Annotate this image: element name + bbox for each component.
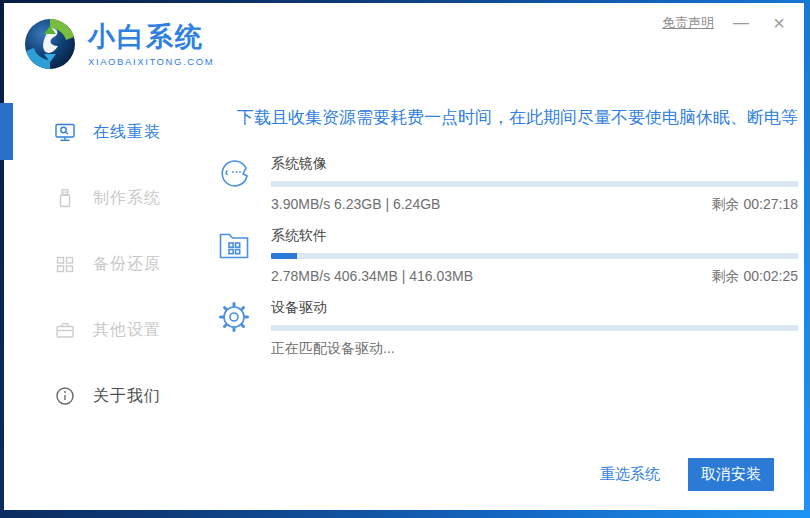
sidebar-item-about-us[interactable]: 关于我们 bbox=[4, 363, 209, 429]
sidebar-item-make-system[interactable]: 制作系统 bbox=[4, 165, 209, 231]
sidebar-item-other-settings[interactable]: 其他设置 bbox=[4, 297, 209, 363]
task-stats: 3.90MB/s 6.23GB | 6.24GB bbox=[271, 196, 440, 214]
disclaimer-link[interactable]: 免责声明 bbox=[662, 14, 714, 32]
window-frame: 小白系统 XIAOBAIXITONG.COM 免责声明 — × bbox=[0, 0, 810, 518]
task-stats: 2.78MB/s 406.34MB | 416.03MB bbox=[271, 268, 473, 286]
sidebar-item-label: 备份还原 bbox=[93, 254, 161, 275]
task-status-text: 正在匹配设备驱动... bbox=[271, 340, 395, 358]
gear-icon bbox=[215, 299, 253, 358]
progress-bar bbox=[271, 253, 798, 259]
face-icon bbox=[215, 155, 253, 214]
header: 小白系统 XIAOBAIXITONG.COM 免责声明 — × bbox=[4, 3, 804, 87]
brand-domain: XIAOBAIXITONG.COM bbox=[88, 56, 214, 67]
info-icon bbox=[54, 385, 76, 407]
task-system-software: 系统软件 2.78MB/s 406.34MB | 416.03MB 剩余 00:… bbox=[215, 227, 798, 286]
sidebar: 在线重装 制作系统 bbox=[4, 87, 209, 452]
backup-grid-icon bbox=[54, 253, 76, 275]
main-content: 下载且收集资源需要耗费一点时间，在此期间尽量不要使电脑休眠、断电等 系 bbox=[209, 87, 810, 452]
task-device-driver: 设备驱动 正在匹配设备驱动... bbox=[215, 299, 798, 358]
minimize-button[interactable]: — bbox=[730, 12, 752, 34]
body: 在线重装 制作系统 bbox=[4, 87, 804, 452]
sidebar-item-label: 制作系统 bbox=[93, 188, 161, 209]
footer: 重选系统 取消安装 bbox=[4, 452, 804, 510]
usb-drive-icon bbox=[54, 187, 76, 209]
reselect-system-button[interactable]: 重选系统 bbox=[600, 465, 660, 484]
folder-grid-icon bbox=[215, 227, 253, 286]
task-title: 系统镜像 bbox=[271, 155, 798, 173]
task-title: 系统软件 bbox=[271, 227, 798, 245]
header-controls: 免责声明 — × bbox=[662, 12, 790, 34]
close-button[interactable]: × bbox=[768, 12, 790, 34]
task-title: 设备驱动 bbox=[271, 299, 798, 317]
briefcase-icon bbox=[54, 319, 76, 341]
monitor-search-icon bbox=[54, 121, 76, 143]
app-window: 小白系统 XIAOBAIXITONG.COM 免责声明 — × bbox=[4, 3, 804, 510]
cancel-install-button[interactable]: 取消安装 bbox=[688, 458, 774, 491]
progress-fill bbox=[271, 253, 297, 259]
sidebar-item-label: 其他设置 bbox=[93, 320, 161, 341]
sidebar-item-label: 关于我们 bbox=[93, 386, 161, 407]
brand-title: 小白系统 bbox=[88, 22, 214, 52]
app-logo-icon bbox=[22, 16, 78, 72]
progress-bar bbox=[271, 181, 798, 187]
sidebar-item-label: 在线重装 bbox=[93, 122, 161, 143]
download-notice: 下载且收集资源需要耗费一点时间，在此期间尽量不要使电脑休眠、断电等 bbox=[237, 106, 798, 129]
task-remaining: 剩余 00:27:18 bbox=[712, 196, 798, 214]
sidebar-item-online-reinstall[interactable]: 在线重装 bbox=[4, 99, 209, 165]
progress-bar bbox=[271, 325, 798, 331]
brand-text: 小白系统 XIAOBAIXITONG.COM bbox=[88, 22, 214, 67]
task-remaining: 剩余 00:02:25 bbox=[712, 268, 798, 286]
task-system-image: 系统镜像 3.90MB/s 6.23GB | 6.24GB 剩余 00:27:1… bbox=[215, 155, 798, 214]
brand: 小白系统 XIAOBAIXITONG.COM bbox=[22, 16, 214, 72]
sidebar-item-backup-restore[interactable]: 备份还原 bbox=[4, 231, 209, 297]
